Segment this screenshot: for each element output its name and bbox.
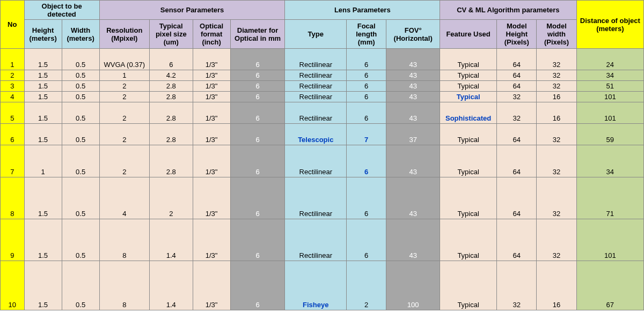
table-row: 41.50.522.81/3"6Rectilinear643Typical321… [1, 92, 644, 102]
cell-width: 0.5 [62, 81, 99, 92]
cell-type: Rectilinear [285, 145, 347, 177]
cell-format: 1/3" [193, 70, 230, 81]
cell-no: 1 [1, 49, 25, 70]
cell-fov: 43 [386, 81, 440, 92]
cell-feature: Typical [440, 124, 497, 145]
cell-model_h: 32 [497, 92, 537, 102]
cell-pixel: 2.8 [149, 81, 193, 92]
cell-width: 0.5 [62, 145, 99, 177]
cell-width: 0.5 [62, 70, 99, 81]
cell-model_h: 64 [497, 145, 537, 177]
cell-feature: Typical [440, 49, 497, 70]
cell-distance: 59 [576, 124, 643, 145]
table-row: 91.50.581.41/3"6Rectilinear643Typical643… [1, 219, 644, 261]
col-type-header: Type [285, 20, 347, 49]
group-object-header: Object to be detected [24, 1, 99, 20]
table-row: 21.50.514.21/3"6Rectilinear643Typical643… [1, 70, 644, 81]
cell-format: 1/3" [193, 92, 230, 102]
cell-height: 1.5 [24, 102, 62, 124]
cell-focal: 6 [347, 49, 386, 70]
cell-resolution: 4 [99, 177, 149, 219]
cell-fov: 43 [386, 177, 440, 219]
group-lens-header: Lens Parameters [285, 1, 440, 20]
cell-fov: 43 [386, 49, 440, 70]
col-focal-header: Focal length (mm) [347, 20, 386, 49]
cell-diameter: 6 [230, 49, 285, 70]
col-format-header: Optical format (inch) [193, 20, 230, 49]
cell-resolution: 2 [99, 92, 149, 102]
cell-no: 5 [1, 102, 25, 124]
cell-distance: 34 [576, 145, 643, 177]
cell-no: 4 [1, 92, 25, 102]
cell-distance: 24 [576, 49, 643, 70]
cell-type: Rectilinear [285, 177, 347, 219]
cell-diameter: 6 [230, 81, 285, 92]
cell-height: 1.5 [24, 219, 62, 261]
header-sub-row: Height (meters) Width (meters) Resolutio… [1, 20, 644, 49]
cell-resolution: 8 [99, 261, 149, 310]
cell-model_w: 32 [537, 49, 576, 70]
cell-feature: Typical [440, 70, 497, 81]
cell-fov: 43 [386, 219, 440, 261]
col-resolution-header: Resolution (Mpixel) [99, 20, 149, 49]
cell-width: 0.5 [62, 261, 99, 310]
table-row: 710.522.81/3"6Rectilinear643Typical64323… [1, 145, 644, 177]
cell-format: 1/3" [193, 124, 230, 145]
cell-type: Rectilinear [285, 92, 347, 102]
cell-model_w: 32 [537, 124, 576, 145]
cell-no: 10 [1, 261, 25, 310]
table-row: 11.50.5WVGA (0.37)61/3"6Rectilinear643Ty… [1, 49, 644, 70]
group-sensor-header: Sensor Parameters [99, 1, 285, 20]
cell-fov: 100 [386, 261, 440, 310]
cell-width: 0.5 [62, 219, 99, 261]
cell-height: 1.5 [24, 124, 62, 145]
cell-width: 0.5 [62, 102, 99, 124]
cell-fov: 37 [386, 124, 440, 145]
cell-format: 1/3" [193, 49, 230, 70]
cell-fov: 43 [386, 145, 440, 177]
cell-feature: Typical [440, 81, 497, 92]
cell-focal: 6 [347, 177, 386, 219]
cell-model_h: 64 [497, 70, 537, 81]
cell-height: 1.5 [24, 81, 62, 92]
col-no-header: No [1, 1, 25, 49]
cell-height: 1.5 [24, 49, 62, 70]
cell-model_w: 32 [537, 81, 576, 92]
cell-model_h: 64 [497, 49, 537, 70]
col-width-header: Width (meters) [62, 20, 99, 49]
cell-focal: 2 [347, 261, 386, 310]
cell-fov: 43 [386, 92, 440, 102]
cell-height: 1.5 [24, 70, 62, 81]
cell-pixel: 2.8 [149, 92, 193, 102]
col-pixel-header: Typical pixel size (um) [149, 20, 193, 49]
table-row: 101.50.581.41/3"6Fisheye2100Typical32166… [1, 261, 644, 310]
cell-width: 0.5 [62, 92, 99, 102]
cell-feature: Typical [440, 261, 497, 310]
cell-no: 9 [1, 219, 25, 261]
cell-model_w: 32 [537, 219, 576, 261]
cell-feature: Typical [440, 177, 497, 219]
cell-pixel: 2.8 [149, 124, 193, 145]
cell-diameter: 6 [230, 261, 285, 310]
cell-width: 0.5 [62, 177, 99, 219]
cell-focal: 6 [347, 145, 386, 177]
table-row: 31.50.522.81/3"6Rectilinear643Typical643… [1, 81, 644, 92]
cell-distance: 71 [576, 177, 643, 219]
cell-resolution: WVGA (0.37) [99, 49, 149, 70]
cell-format: 1/3" [193, 177, 230, 219]
cell-model_h: 32 [497, 261, 537, 310]
cell-model_w: 32 [537, 70, 576, 81]
cell-diameter: 6 [230, 92, 285, 102]
cell-pixel: 2.8 [149, 102, 193, 124]
col-modelw-header: Model width (Pixels) [537, 20, 576, 49]
cell-width: 0.5 [62, 49, 99, 70]
cell-diameter: 6 [230, 124, 285, 145]
cell-no: 7 [1, 145, 25, 177]
cell-feature: Typical [440, 92, 497, 102]
cell-pixel: 2 [149, 177, 193, 219]
cell-fov: 43 [386, 102, 440, 124]
cell-feature: Typical [440, 219, 497, 261]
cell-distance: 101 [576, 92, 643, 102]
cell-pixel: 6 [149, 49, 193, 70]
cell-resolution: 2 [99, 124, 149, 145]
